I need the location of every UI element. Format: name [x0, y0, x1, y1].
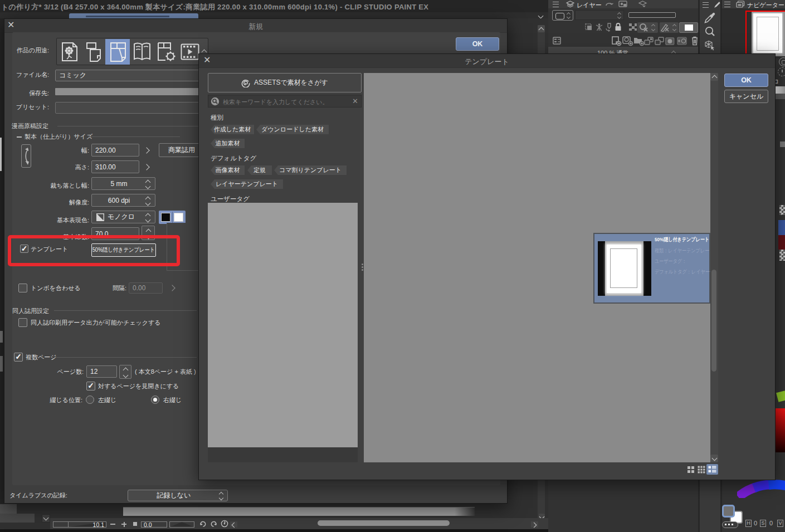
resolution-spinbox[interactable]: 600 dpi	[91, 194, 155, 207]
tombo-checkbox[interactable]	[18, 284, 27, 292]
use-webtoon-button[interactable]	[81, 39, 105, 64]
blend-mode-button[interactable]	[552, 10, 573, 21]
merge-down-icon[interactable]	[655, 37, 665, 46]
draft-layer-icon[interactable]	[605, 23, 613, 32]
opacity-slider[interactable]	[628, 12, 676, 18]
scrollbar-thumb[interactable]	[711, 270, 716, 372]
reset-rotation-icon[interactable]	[221, 520, 228, 528]
binding-size-collapse[interactable]	[17, 136, 22, 138]
use-book-button[interactable]	[130, 39, 154, 64]
black-swatch-button[interactable]	[161, 213, 170, 222]
lock-transparent-icon[interactable]	[628, 23, 637, 31]
bleed-spinbox[interactable]: 5 mm	[91, 177, 155, 190]
rotate-cw-icon[interactable]	[210, 520, 217, 528]
swatch-dark-red[interactable]	[778, 235, 785, 250]
use-all-comic-button[interactable]	[154, 39, 178, 64]
search-input[interactable]	[222, 96, 351, 108]
rotate-ccw-icon[interactable]	[199, 520, 207, 528]
view-list-button[interactable]	[706, 464, 718, 475]
blend-mode-dropdown[interactable]	[575, 10, 624, 20]
view-large-grid-icon[interactable]	[687, 466, 695, 474]
rotation-value-box[interactable]: 0.0	[141, 521, 167, 528]
new-layer-icon[interactable]	[611, 36, 622, 46]
view-small-grid-icon[interactable]	[698, 466, 705, 474]
spin-down-icon[interactable]	[145, 217, 151, 223]
new-ok-button[interactable]: OK	[456, 37, 499, 51]
eyedropper-tool-icon[interactable]	[704, 12, 715, 23]
zoom-out-button[interactable]	[110, 524, 115, 525]
spin-down-icon[interactable]	[145, 184, 151, 189]
white-swatch-button[interactable]	[174, 213, 183, 222]
zoom-tool-icon[interactable]	[705, 26, 715, 37]
scroll-up-button[interactable]	[710, 73, 718, 81]
pages-stepper[interactable]	[119, 365, 131, 379]
new-balloon-layer-icon[interactable]	[622, 36, 633, 46]
document-tab[interactable]	[69, 13, 198, 18]
foreground-color-swatch[interactable]	[722, 505, 735, 518]
template-list-item[interactable]: 50%隠し付きテンプレート 種類：レイヤーテンプレート ユーザータグ： デフォル…	[593, 233, 710, 304]
transparent-color-button[interactable]	[722, 521, 738, 528]
tab-overflow-chevron-icon[interactable]	[538, 13, 544, 19]
color-combo[interactable]: モノクロ	[91, 211, 155, 223]
binding-right-radio[interactable]	[151, 396, 159, 404]
palette-collapse-button[interactable]	[42, 514, 50, 523]
new-folder-icon[interactable]	[633, 36, 645, 46]
vscroll-up-button[interactable]	[538, 25, 545, 32]
tag-additional-materials[interactable]: 追加素材	[211, 139, 245, 148]
timelapse-dropdown[interactable]: 記録しない	[128, 490, 228, 501]
scroll-down-button[interactable]	[710, 455, 718, 462]
apply-mask-icon[interactable]	[677, 37, 687, 45]
user-tag-list[interactable]	[208, 203, 358, 447]
spacing-input[interactable]: 0.00	[129, 282, 163, 294]
mask-setting-group[interactable]	[637, 22, 658, 33]
use-comic-button[interactable]	[105, 39, 130, 65]
swatch-checker-1[interactable]	[779, 205, 785, 215]
transfer-to-layer-icon[interactable]	[644, 37, 654, 46]
facing-checkbox[interactable]	[86, 382, 95, 391]
fit-button[interactable]	[133, 522, 137, 526]
height-input[interactable]: 310.00	[91, 160, 139, 173]
layer-search-tab-icon[interactable]	[637, 1, 648, 8]
assets-search-button[interactable]: ASSETSで素材をさがす	[208, 73, 362, 92]
clear-search-icon[interactable]: ✕	[352, 97, 358, 105]
tag-downloaded-materials[interactable]: ダウンロードした素材	[256, 125, 329, 134]
swatch-checker-2[interactable]	[779, 250, 785, 261]
command-bar-circle-icon[interactable]	[779, 57, 785, 66]
reference-layer-icon[interactable]	[595, 23, 603, 32]
template-cancel-button[interactable]: キャンセル	[724, 90, 768, 103]
layer-mask-icon[interactable]	[665, 37, 675, 45]
hscroll-right-button[interactable]	[531, 521, 538, 528]
pen-tool-icon[interactable]	[713, 1, 720, 9]
undo-history-tab-icon[interactable]	[604, 1, 615, 7]
swatch-blue[interactable]	[778, 220, 785, 235]
timer-circle-icon[interactable]	[778, 67, 785, 76]
multipage-checkbox[interactable]	[14, 353, 23, 362]
spin-down-icon[interactable]	[145, 201, 151, 206]
rotation-slider[interactable]	[169, 521, 194, 528]
tool-menu-icon[interactable]	[703, 2, 709, 8]
lock-icon[interactable]	[615, 22, 622, 31]
layer-color-button[interactable]	[679, 22, 698, 33]
ruler-setting-group[interactable]	[660, 22, 679, 33]
navigator-menu-icon[interactable]	[724, 2, 730, 7]
binding-left-radio[interactable]	[86, 396, 94, 404]
layer-tab-label[interactable]: レイヤー	[577, 1, 602, 9]
tag-created-materials[interactable]: 作成した素材	[211, 125, 254, 134]
layer-property-tab-icon[interactable]	[618, 1, 628, 8]
tag-image-material[interactable]: 画像素材	[211, 165, 245, 175]
tag-layer-template[interactable]: レイヤーテンプレート	[211, 179, 283, 189]
doujin-checkbox[interactable]	[18, 318, 27, 327]
canvas-hscrollbar-thumb[interactable]	[318, 520, 450, 526]
zoom-slider[interactable]: 10.1	[53, 521, 106, 528]
operation-tool-icon[interactable]	[704, 40, 716, 51]
tag-ruler[interactable]: 定規	[247, 165, 272, 175]
tag-panel-template[interactable]: コマ割りテンプレート	[274, 165, 347, 175]
clipping-icon[interactable]	[585, 23, 593, 31]
pages-input[interactable]: 12	[86, 365, 117, 378]
width-input[interactable]: 220.00	[91, 144, 139, 157]
template-list-area[interactable]: 50%隠し付きテンプレート 種類：レイヤーテンプレート ユーザータグ： デフォル…	[364, 73, 710, 462]
template-list-scrollbar[interactable]	[710, 73, 718, 462]
template-ok-button[interactable]: OK	[724, 74, 768, 87]
palette-list-icon[interactable]	[553, 37, 561, 45]
trash-icon[interactable]	[691, 36, 699, 46]
